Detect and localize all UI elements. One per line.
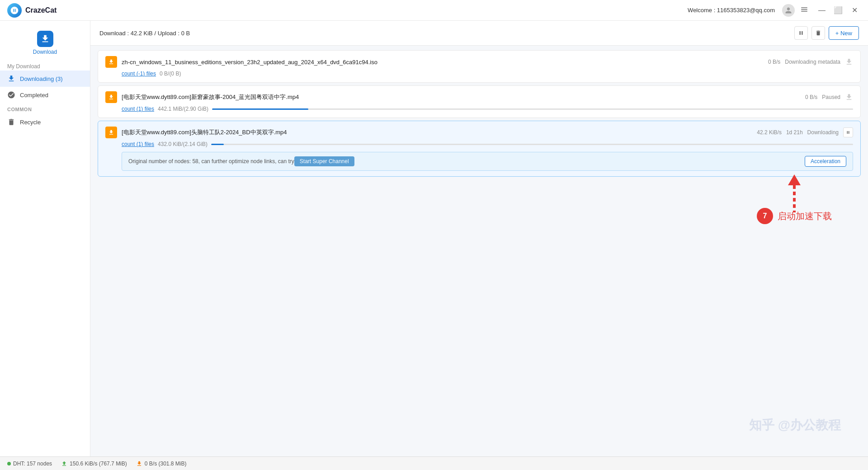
menu-icon[interactable] [800, 5, 808, 15]
recycle-icon [7, 118, 15, 126]
my-download-header: My Download [0, 61, 90, 70]
statusbar-dht: DHT: 157 nodes [7, 461, 52, 467]
completed-icon [7, 91, 15, 99]
statusbar-download: 0 B/s (301.8 MiB) [136, 461, 187, 467]
download-item-2: [电影天堂www.dytt89.com]新窘豪故事-2004_蓝光国粤双语中字.… [98, 85, 861, 118]
sidebar-item-recycle[interactable]: Recycle [0, 114, 90, 130]
sidebar-completed-label: Completed [20, 92, 48, 99]
avatar [782, 4, 795, 17]
download-speed-label: 0 B/s (301.8 MiB) [145, 461, 187, 467]
pause-item-3-button[interactable] [843, 127, 853, 137]
header-actions: + New [794, 26, 859, 40]
new-button[interactable]: + New [829, 26, 859, 40]
file-count-1[interactable]: count (-1) files [122, 70, 156, 77]
file-size-1: 0 B/(0 B) [160, 70, 181, 77]
sidebar-downloading-label: Downloading (3) [20, 75, 63, 82]
progress-bar-3 [211, 144, 224, 145]
progress-bar-3-container [211, 144, 853, 145]
file-count-3[interactable]: count (1) files [122, 141, 154, 147]
minimize-button[interactable]: — [816, 4, 828, 17]
maximize-button[interactable]: ⬜ [832, 4, 844, 17]
download-item-1: zh-cn_windows_11_business_editions_versi… [98, 50, 861, 83]
app-name: CrazeCat [25, 6, 57, 14]
app-logo: CrazeCat [7, 3, 57, 18]
download-speed-1: 0 B/s [768, 59, 780, 65]
download-item-2-info: count (1) files 442.1 MiB/(2.90 GiB) [105, 106, 853, 112]
download-filename-2: [电影天堂www.dytt89.com]新窘豪故事-2004_蓝光国粤双语中字.… [122, 93, 801, 101]
statusbar: DHT: 157 nodes 150.6 KiB/s (767.7 MiB) 0… [0, 456, 868, 470]
common-section-title: Common [0, 103, 90, 114]
download-list: zh-cn_windows_11_business_editions_versi… [90, 46, 868, 456]
download-nav-icon [37, 31, 53, 47]
download-item-1-info: count (-1) files 0 B/(0 B) [105, 70, 853, 77]
sidebar-item-downloading[interactable]: Downloading (3) [0, 70, 90, 87]
super-channel-button[interactable]: Start Super Channel [294, 156, 354, 166]
file-count-2[interactable]: count (1) files [122, 106, 154, 112]
main-layout: Download My Download Downloading (3) Com… [0, 21, 868, 456]
download-status-2: 0 B/s Paused [805, 93, 853, 101]
user-label: Welcome : 1165353823@qq.com [688, 7, 775, 14]
content-title: Download : 42.2 KiB / Upload : 0 B [99, 30, 190, 37]
download-arrow-icon-2 [105, 91, 117, 103]
sidebar: Download My Download Downloading (3) Com… [0, 21, 90, 456]
content-header: Download : 42.2 KiB / Upload : 0 B + New [90, 21, 868, 46]
download-arrow-icon-3 [105, 127, 117, 138]
download-filename-1: zh-cn_windows_11_business_editions_versi… [122, 59, 764, 66]
sidebar-nav-download-label: Download [33, 49, 57, 55]
close-button[interactable]: ✕ [848, 4, 861, 17]
download-status-text-1: Downloading metadata [785, 59, 840, 65]
delete-button[interactable] [811, 26, 825, 40]
download-item-3: [电影天堂www.dytt89.com]头脑特工队2-2024_BD中英双字.m… [98, 121, 861, 177]
window-controls: — ⬜ ✕ [816, 4, 861, 17]
content-area: Download : 42.2 KiB / Upload : 0 B + New [90, 21, 868, 456]
sidebar-item-completed[interactable]: Completed [0, 87, 90, 103]
expand-hint-3: Original number of nodes: 58, can furthe… [122, 152, 853, 171]
download-status-text-2: Paused [822, 94, 840, 100]
logo-icon [7, 3, 22, 18]
download-item-3-info: count (1) files 432.0 KiB/(2.14 GiB) [105, 141, 853, 147]
download-item-2-header: [电影天堂www.dytt89.com]新窘豪故事-2004_蓝光国粤双语中字.… [105, 91, 853, 103]
content-wrapper: Download : 42.2 KiB / Upload : 0 B + New [90, 21, 868, 456]
download-arrow-icon-1 [105, 56, 117, 68]
titlebar: CrazeCat Welcome : 1165353823@qq.com — ⬜… [0, 0, 868, 21]
file-size-2: 442.1 MiB/(2.90 GiB) [158, 106, 208, 112]
progress-bar-2 [212, 108, 308, 110]
download-filename-3: [电影天堂www.dytt89.com]头脑特工队2-2024_BD中英双字.m… [122, 128, 752, 136]
time-remaining-3: 1d 21h [786, 129, 803, 136]
download-status-1: 0 B/s Downloading metadata [768, 58, 853, 66]
new-button-label: + New [835, 30, 852, 37]
upload-speed-label: 150.6 KiB/s (767.7 MiB) [70, 461, 127, 467]
hint-text-3: Original number of nodes: 58, can furthe… [128, 158, 294, 164]
acceleration-button[interactable]: Acceleration [805, 156, 846, 167]
downloading-icon [7, 75, 15, 83]
download-speed-3: 42.2 KiB/s [757, 129, 782, 136]
download-speed-2: 0 B/s [805, 94, 817, 100]
download-item-1-header: zh-cn_windows_11_business_editions_versi… [105, 56, 853, 68]
sidebar-nav-download[interactable]: Download [0, 25, 90, 61]
dht-label: DHT: 157 nodes [13, 461, 52, 467]
download-status-text-3: Downloading [807, 129, 839, 136]
download-item-3-header: [电影天堂www.dytt89.com]头脑特工队2-2024_BD中英双字.m… [105, 127, 853, 138]
pause-all-button[interactable] [794, 26, 808, 40]
sidebar-recycle-label: Recycle [20, 119, 41, 126]
file-size-3: 432.0 KiB/(2.14 GiB) [158, 141, 208, 147]
statusbar-upload: 150.6 KiB/s (767.7 MiB) [61, 461, 127, 467]
progress-bar-2-container [212, 108, 853, 110]
download-status-3: 42.2 KiB/s 1d 21h Downloading [757, 127, 853, 137]
status-dot [7, 462, 11, 465]
